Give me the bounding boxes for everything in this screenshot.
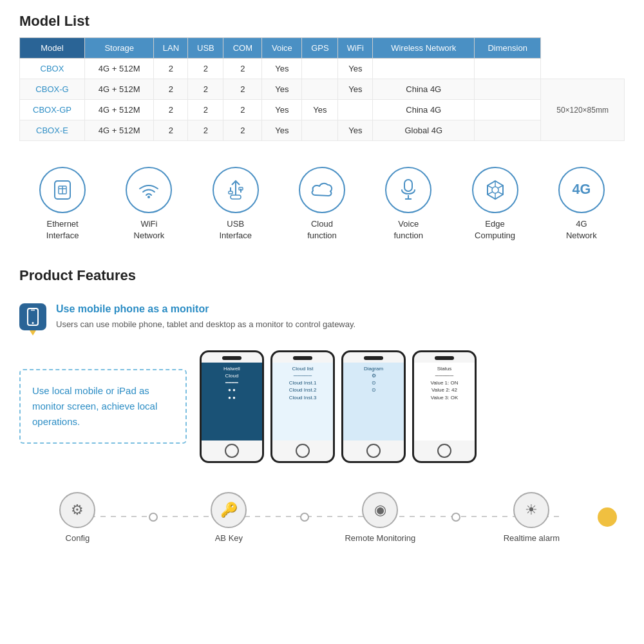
workflow-item-2: ◉Remote Monitoring [322, 492, 439, 543]
table-cell: 2 [223, 59, 262, 79]
feature-icon-item-3: Cloud function [287, 167, 357, 242]
workflow-circle-3: ☀ [513, 492, 549, 528]
feature-icon-item-5: Edge Computing [460, 167, 531, 242]
table-cell: 4G + 512M [84, 59, 153, 79]
feature-icon-label-1: WiFi Network [134, 218, 165, 242]
table-header-cell: Model [20, 38, 85, 59]
table-row: CBOX-GP4G + 512M222YesYesChina 4G [20, 100, 625, 120]
connector-dot [451, 513, 460, 522]
table-row: CBOX-G4G + 512M222YesYesChina 4G50×120×8… [20, 79, 625, 100]
phone-top-bar [222, 356, 242, 360]
table-cell [302, 120, 338, 141]
phone-top-bar [364, 356, 383, 360]
table-cell: CBOX [20, 59, 85, 79]
workflow-label-2: Remote Monitoring [345, 533, 415, 543]
table-cell: China 4G [373, 79, 475, 100]
table-cell: 2 [154, 120, 188, 141]
feature-icon-circle-2 [213, 167, 259, 213]
feature-icon-circle-6: 4G [558, 167, 605, 213]
phone-home-button [225, 444, 239, 458]
feature-mobile-monitor: Use mobile phone as a monitor Users can … [19, 297, 625, 337]
table-cell: 2 [223, 100, 262, 120]
table-cell: CBOX-E [20, 120, 85, 141]
feature-icon-circle-5 [472, 167, 518, 213]
workflow-item-0: ⚙Config [19, 492, 136, 543]
svg-line-21 [488, 185, 493, 188]
phone-home-button [437, 444, 451, 458]
feature-icons-row: Ethernet Interface WiFi Network USB Inte… [19, 160, 625, 248]
table-cell: 2 [188, 120, 223, 141]
table-cell: Yes [262, 79, 302, 100]
connector-dot [149, 513, 158, 522]
table-cell [338, 100, 373, 120]
feature-icon-label-3: Cloud function [307, 218, 337, 242]
table-cell [302, 59, 338, 79]
table-cell [475, 59, 541, 79]
table-cell: CBOX-G [20, 79, 85, 100]
svg-rect-6 [231, 195, 241, 199]
feature-icon-label-0: Ethernet Interface [46, 218, 79, 242]
feature-icon-label-4: Voice function [393, 218, 423, 242]
table-row: CBOX-E4G + 512M222YesYesGlobal 4G [20, 120, 625, 141]
table-cell: 2 [188, 59, 223, 79]
workflow-circle-2: ◉ [362, 492, 398, 528]
feature-icon-label-2: USB Interface [219, 218, 252, 242]
phone-top-bar [435, 356, 454, 360]
feature-icon-item-6: 4G 4G Network [546, 167, 617, 242]
table-cell: Global 4G [373, 120, 475, 141]
table-header-cell: USB [188, 38, 223, 59]
table-header-cell: Dimension [475, 38, 541, 59]
page-container: Model List ModelStorageLANUSBCOMVoiceGPS… [0, 0, 644, 562]
table-cell: Yes [338, 120, 373, 141]
phone-screen: Diagram⚙⊙⊙ [343, 363, 404, 440]
workflow-row: ⚙Config🔑AB Key◉Remote Monitoring☀Realtim… [19, 482, 625, 549]
workflow-circle-0: ⚙ [59, 492, 95, 528]
svg-line-17 [498, 185, 503, 188]
table-cell [475, 79, 541, 100]
feature-icon-circle-0 [39, 167, 86, 213]
table-cell: 2 [154, 79, 188, 100]
table-header-cell: GPS [302, 38, 338, 59]
table-cell: Yes [302, 100, 338, 120]
svg-line-20 [488, 192, 493, 194]
feature-icon-item-1: WiFi Network [113, 167, 184, 242]
model-table: ModelStorageLANUSBCOMVoiceGPSWiFiWireles… [19, 37, 625, 141]
feature-icon-item-2: USB Interface [200, 167, 271, 242]
feature-icon-label-5: Edge Computing [475, 218, 515, 242]
feature-icon-circle-3 [299, 167, 345, 213]
workflow-item-1: 🔑AB Key [171, 492, 287, 543]
phone-mockup-0: HalwellCloud━━━━● ●● ● [200, 350, 264, 463]
table-cell: Yes [338, 59, 373, 79]
workflow-label-3: Realtime alarm [504, 533, 560, 543]
phone-home-button [296, 444, 310, 458]
table-header-cell: COM [223, 38, 262, 59]
table-cell: 2 [223, 79, 262, 100]
feature-icon-label-6: 4G Network [566, 218, 597, 242]
table-cell: 2 [154, 59, 188, 79]
svg-point-15 [492, 187, 498, 193]
table-cell: Yes [338, 79, 373, 100]
table-cell: 2 [154, 100, 188, 120]
ipad-section: Use local mobile or iPad as monitor scre… [19, 350, 625, 463]
table-header-cell: Wireless Network [373, 38, 475, 59]
phone-mockup-3: Status─────Value 1: ONValue 2: 42Value 3… [412, 350, 477, 463]
phone-home-button [366, 444, 381, 458]
table-header-cell: LAN [154, 38, 188, 59]
table-cell [302, 79, 338, 100]
ipad-text-box: Use local mobile or iPad as monitor scre… [19, 369, 187, 444]
feature-icon-item-0: Ethernet Interface [27, 167, 98, 242]
svg-point-4 [147, 196, 150, 198]
workflow-connector-0 [136, 513, 171, 522]
feature1-title: Use mobile phone as a monitor [56, 303, 355, 315]
workflow-label-0: Config [66, 533, 90, 543]
table-row: CBOX4G + 512M222YesYes [20, 59, 625, 79]
table-cell [475, 120, 541, 141]
table-header-cell: Voice [262, 38, 302, 59]
feature-icon-circle-4 [385, 167, 431, 213]
table-cell: 4G + 512M [84, 79, 153, 100]
feature-icon-item-4: Voice function [373, 167, 444, 242]
table-cell: CBOX-GP [20, 100, 85, 120]
phone-mockup-1: Cloud list─────Cloud Inst.1Cloud Inst.2C… [270, 350, 335, 463]
workflow-label-1: AB Key [215, 533, 243, 543]
table-header-cell: Storage [84, 38, 153, 59]
